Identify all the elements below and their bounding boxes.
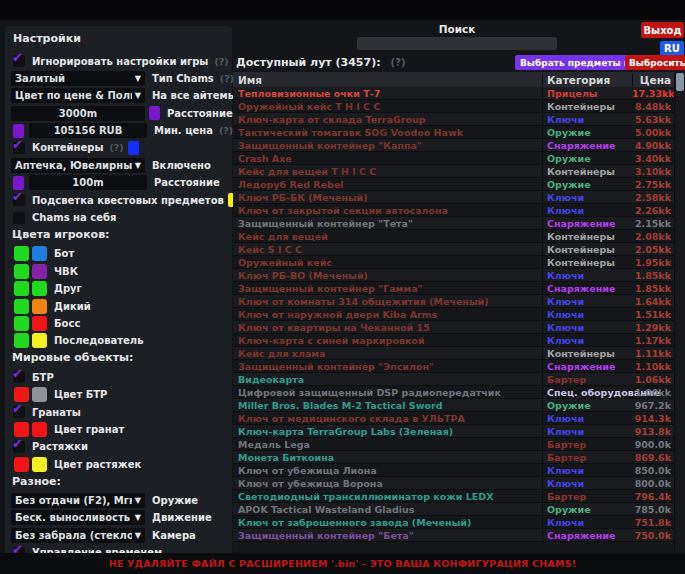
checkbox[interactable]: ✔ bbox=[13, 441, 25, 453]
table-row[interactable]: Кейс для вещей T H I C CКонтейнеры3.10kk bbox=[233, 165, 674, 178]
table-row[interactable]: Ключ от закрытой секции автосалонаКлючи2… bbox=[233, 204, 674, 217]
table-row[interactable]: Монета БиткоинаБартер869.6k bbox=[233, 451, 674, 464]
table-row[interactable]: Ключ-карта от склада TerraGroupКлючи5.63… bbox=[233, 113, 674, 126]
table-row[interactable]: Ключ от комнаты 314 общежития (Меченый)К… bbox=[233, 295, 674, 308]
color-swatch[interactable] bbox=[128, 141, 139, 155]
table-row[interactable]: Защищенный контейнер "Гамма"Снаряжение1.… bbox=[233, 282, 674, 295]
drop-all-button[interactable]: Выбросить все bbox=[625, 55, 685, 70]
item-category: Контейнеры bbox=[542, 257, 632, 268]
checkbox[interactable]: ✔ bbox=[13, 142, 25, 154]
value-input[interactable]: 105156 RUB bbox=[29, 123, 147, 138]
settings-row-label: Контейнеры bbox=[32, 142, 103, 153]
title-bar bbox=[0, 0, 685, 20]
settings-panel: Настройки ✔Игнорировать настройки игры(?… bbox=[5, 26, 232, 560]
table-row[interactable]: Ключ-карта с синей маркировкойКлючи1.17k… bbox=[233, 334, 674, 347]
color-swatch[interactable] bbox=[32, 264, 47, 279]
dropdown-value: Беск. выносливость и нет уста bbox=[15, 512, 132, 523]
column-header-category[interactable]: Категория bbox=[542, 74, 632, 86]
check-icon: ✔ bbox=[12, 366, 23, 381]
chevron-down-icon: ▼ bbox=[135, 161, 141, 170]
table-row[interactable]: Кейс для вещейКонтейнеры2.08kk bbox=[233, 230, 674, 243]
value-input[interactable]: 3000m bbox=[11, 106, 145, 121]
table-row[interactable]: Ключ РБ-БК (Меченый)Ключи2.58kk bbox=[233, 191, 674, 204]
table-row[interactable]: Тактический томагавк SOG Voodoo HawkОруж… bbox=[233, 126, 674, 139]
color-swatch[interactable] bbox=[14, 316, 29, 331]
chevron-down-icon: ▼ bbox=[135, 531, 141, 540]
item-name: Ключ от заброшенного завода (Меченый) bbox=[233, 517, 542, 528]
dropdown[interactable]: Беск. выносливость и нет уста▼ bbox=[11, 510, 145, 525]
item-category: Ключи bbox=[542, 192, 632, 203]
dropdown[interactable]: Залитый▼ bbox=[11, 71, 145, 86]
item-price: 1.51kk bbox=[632, 309, 674, 320]
checkbox[interactable]: ✔ bbox=[13, 55, 25, 67]
dropdown[interactable]: Аптечка, Ювелирные и...▼ bbox=[11, 158, 145, 173]
checkbox[interactable] bbox=[13, 212, 25, 224]
color-swatch[interactable] bbox=[14, 246, 29, 261]
color-swatch[interactable] bbox=[32, 422, 47, 437]
table-row[interactable]: Тепловизионные очки Т-7Прицелы17.33kk bbox=[233, 87, 674, 100]
color-swatch[interactable] bbox=[14, 333, 29, 348]
table-row[interactable]: Защищенный контейнер "Эпсилон"Снаряжение… bbox=[233, 360, 674, 373]
color-swatch[interactable] bbox=[14, 422, 29, 437]
table-row[interactable]: Оружейный кейсКонтейнеры1.95kk bbox=[233, 256, 674, 269]
color-swatch[interactable] bbox=[149, 106, 160, 120]
table-row[interactable]: Miller Bros. Blades M-2 Tactical SwordОр… bbox=[233, 399, 674, 412]
color-swatch[interactable] bbox=[14, 387, 29, 402]
table-row[interactable]: Кейс S I C CКонтейнеры2.05kk bbox=[233, 243, 674, 256]
item-category: Прицелы bbox=[542, 88, 632, 99]
scrollbar-thumb[interactable] bbox=[676, 73, 684, 91]
table-row[interactable]: Ледоруб Red RebelОружие2.75kk bbox=[233, 178, 674, 191]
table-row[interactable]: ВидеокартаБартер1.06kk bbox=[233, 373, 674, 386]
table-row[interactable]: Ключ от медицинского склада в УЛЬТРАКлюч… bbox=[233, 412, 674, 425]
value-input[interactable]: 100m bbox=[29, 175, 147, 190]
item-category: Ключи bbox=[542, 478, 632, 489]
table-row[interactable]: Crash AxeОружие3.40kk bbox=[233, 152, 674, 165]
item-price: 1.29kk bbox=[632, 322, 674, 333]
table-row[interactable]: Защищенный контейнер "Бета"Снаряжение750… bbox=[233, 529, 674, 542]
checkbox[interactable]: ✔ bbox=[13, 406, 25, 418]
table-row[interactable]: Ключ от заброшенного завода (Меченый)Клю… bbox=[233, 516, 674, 529]
table-row[interactable]: Ключ от убежища ЛионаКлючи850.0k bbox=[233, 464, 674, 477]
color-swatch[interactable] bbox=[32, 281, 47, 296]
table-row[interactable]: Ключ-карта TerraGroup Labs (Зеленая)Ключ… bbox=[233, 425, 674, 438]
checkbox[interactable]: ✔ bbox=[13, 371, 25, 383]
item-name: Светодиодный трансиллюминатор кожи LEDX bbox=[233, 491, 542, 502]
table-row[interactable]: APOK Tactical Wasteland GladiusОружие785… bbox=[233, 503, 674, 516]
table-scrollbar[interactable] bbox=[674, 72, 684, 553]
table-row[interactable]: Цифровой защищенный DSP радиопередатчикС… bbox=[233, 386, 674, 399]
color-swatch[interactable] bbox=[32, 299, 47, 314]
dropdown[interactable]: Цвет по цене & Пользователь▼ bbox=[11, 88, 145, 103]
table-row[interactable]: Защищенный контейнер "Тета"Снаряжение2.1… bbox=[233, 217, 674, 230]
language-button[interactable]: RU bbox=[660, 41, 684, 56]
dropdown[interactable]: Без отдачи (F2), Мгновенное п▼ bbox=[11, 493, 145, 508]
table-row[interactable]: Оружейный кейс T H I C CКонтейнеры8.48kk bbox=[233, 100, 674, 113]
color-swatch[interactable] bbox=[13, 124, 24, 138]
search-input[interactable] bbox=[357, 37, 557, 50]
color-swatch[interactable] bbox=[14, 457, 29, 472]
table-row[interactable]: Светодиодный трансиллюминатор кожи LEDXБ… bbox=[233, 490, 674, 503]
item-price: 1.17kk bbox=[632, 335, 674, 346]
table-row[interactable]: Ключ от убежища ВоронаКлючи800.0k bbox=[233, 477, 674, 490]
color-swatch[interactable] bbox=[32, 387, 47, 402]
color-swatch[interactable] bbox=[14, 264, 29, 279]
column-header-price[interactable]: Цена bbox=[632, 74, 674, 86]
table-row[interactable]: Ключ от квартиры на Чеканной 15Ключи1.29… bbox=[233, 321, 674, 334]
table-row[interactable] bbox=[233, 542, 674, 553]
table-row[interactable]: Кейс для хламаКонтейнеры1.11kk bbox=[233, 347, 674, 360]
dropdown[interactable]: Без забрала (стекло шлема)▼ bbox=[11, 528, 145, 543]
dropdown-value: Без забрала (стекло шлема) bbox=[15, 530, 132, 541]
table-row[interactable]: Ключ от наружной двери Kiba ArmsКлючи1.5… bbox=[233, 308, 674, 321]
color-swatch[interactable] bbox=[13, 176, 24, 190]
checkbox[interactable]: ✔ bbox=[13, 194, 25, 206]
column-header-name[interactable]: Имя bbox=[233, 74, 542, 86]
exit-button[interactable]: Выход bbox=[641, 22, 684, 38]
color-swatch[interactable] bbox=[14, 299, 29, 314]
color-swatch[interactable] bbox=[32, 333, 47, 348]
color-swatch[interactable] bbox=[32, 316, 47, 331]
table-row[interactable]: Медаль LegaБартер900.0k bbox=[233, 438, 674, 451]
color-swatch[interactable] bbox=[32, 457, 47, 472]
table-row[interactable]: Ключ РБ-ВО (Меченый)Ключи1.85kk bbox=[233, 269, 674, 282]
color-swatch[interactable] bbox=[32, 246, 47, 261]
color-swatch[interactable] bbox=[14, 281, 29, 296]
table-row[interactable]: Защищенный контейнер "Каппа"Снаряжение4.… bbox=[233, 139, 674, 152]
